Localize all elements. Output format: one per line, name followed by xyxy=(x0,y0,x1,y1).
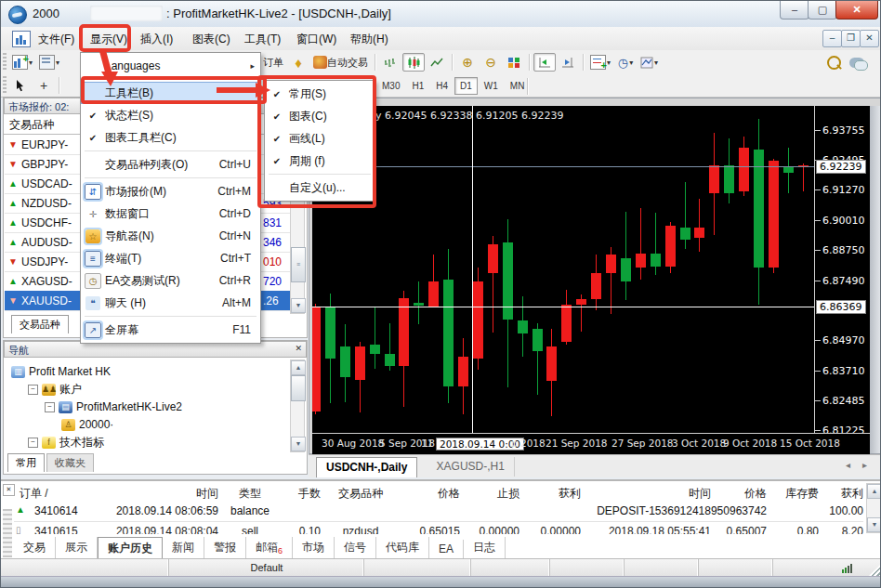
candle[interactable] xyxy=(621,258,631,281)
tree-item--[interactable]: −f技术指标 xyxy=(28,434,104,451)
timeframes-button[interactable]: ◷▾ xyxy=(614,53,637,72)
chevron-down-icon[interactable]: ▾ xyxy=(56,59,59,67)
tree-item-profitmarkethk-live2[interactable]: −▤ProfitMarketHK-Live2 xyxy=(45,399,182,415)
menubar-item-3[interactable]: 插入(I) xyxy=(137,31,177,47)
menu-item--m-[interactable]: ⇵市场报价(M)Ctrl+M xyxy=(81,180,260,203)
candle[interactable] xyxy=(651,254,661,267)
statusbar-profile[interactable]: Default xyxy=(168,559,364,577)
terminal-tab-日志[interactable]: 日志 xyxy=(464,537,506,558)
chat-button[interactable] xyxy=(846,53,868,72)
scroll-up-button[interactable]: ▲ xyxy=(291,360,306,375)
mdi-close-button[interactable]: ✕ xyxy=(860,30,879,47)
chart-shift-button[interactable] xyxy=(557,53,579,72)
period-button-H4[interactable]: H4 xyxy=(430,77,454,95)
market-watch-tab-symbols[interactable]: 交易品种 xyxy=(11,315,69,333)
chevron-down-icon[interactable]: ▾ xyxy=(29,59,33,67)
mdi-restore-button[interactable]: ❐ xyxy=(841,30,861,47)
candle[interactable] xyxy=(340,346,350,377)
terminal-tab-警报[interactable]: 警报 xyxy=(204,537,246,558)
candle[interactable] xyxy=(783,166,794,173)
chevron-down-icon[interactable]: ▾ xyxy=(654,59,658,67)
terminal-tab-新闻[interactable]: 新闻 xyxy=(163,537,204,558)
terminal-header-1[interactable]: 订单 / xyxy=(20,486,90,502)
menubar-item-6[interactable]: 窗口(W) xyxy=(293,31,340,47)
search-button[interactable] xyxy=(822,53,845,72)
menu-item--n-[interactable]: ☆导航器(N)Ctrl+N xyxy=(81,225,260,247)
tree-item--[interactable]: −♟♟账户 xyxy=(28,381,82,398)
candle[interactable] xyxy=(546,346,557,380)
terminal-tab-交易[interactable]: 交易 xyxy=(14,537,56,558)
submenu-item--l-[interactable]: ✔画线(L) xyxy=(265,127,375,150)
candle[interactable] xyxy=(694,228,704,239)
scroll-up-button[interactable]: ▲ xyxy=(867,484,881,499)
candle[interactable] xyxy=(518,320,528,333)
chart-time-axis[interactable]: 30 Aug 20185 Sep 2018112018.09.14 0:00p … xyxy=(312,433,870,454)
period-button-H1[interactable]: H1 xyxy=(406,77,429,95)
menu-item--o-[interactable]: 交易品种列表(O)Ctrl+U xyxy=(81,153,260,176)
candle[interactable] xyxy=(370,345,380,354)
candle[interactable] xyxy=(473,281,483,359)
scrollbar-thumb[interactable] xyxy=(291,375,306,401)
window-maximize-button[interactable]: ▢ xyxy=(808,1,837,20)
candle[interactable] xyxy=(754,150,764,268)
toolbar-grip[interactable] xyxy=(3,53,7,70)
submenu-item--f-[interactable]: ✔周期 (f) xyxy=(265,150,375,172)
candle[interactable] xyxy=(355,346,365,380)
tabs-scroll-left-icon[interactable]: ◂ xyxy=(846,460,850,470)
terminal-close-button[interactable]: ✕ xyxy=(3,484,15,496)
candle[interactable] xyxy=(709,165,719,194)
menu-item--t-[interactable]: ≡终端(T)Ctrl+T xyxy=(81,247,260,269)
chevron-down-icon[interactable]: ▾ xyxy=(629,59,633,67)
chart-tab-active[interactable]: USDCNH-,Daily xyxy=(316,457,417,477)
bar-chart-button[interactable] xyxy=(379,53,401,72)
navigator-tab-inactive[interactable]: 收藏夹 xyxy=(46,453,94,472)
candle[interactable] xyxy=(561,305,572,342)
candle[interactable] xyxy=(739,148,749,190)
terminal-header-2[interactable]: 时间 xyxy=(94,486,218,502)
scroll-down-button[interactable]: ▼ xyxy=(291,298,306,313)
menu-item--[interactable]: ✛数据窗口Ctrl+D xyxy=(81,203,260,225)
candle[interactable] xyxy=(312,307,321,412)
terminal-tab-EA[interactable]: EA xyxy=(429,540,464,558)
candle[interactable] xyxy=(576,299,586,305)
navigator-scrollbar[interactable]: ▲ ▼ xyxy=(290,359,305,452)
terminal-tab-市场[interactable]: 市场 xyxy=(293,537,335,558)
profiles-button[interactable]: ▾ xyxy=(36,53,62,72)
candle[interactable] xyxy=(503,242,513,320)
line-chart-button[interactable] xyxy=(426,53,448,72)
candle[interactable] xyxy=(325,307,335,359)
candle[interactable] xyxy=(591,273,601,299)
tabs-scroll-right-icon[interactable]: ▸ xyxy=(862,460,867,470)
candlestick-chart-button[interactable] xyxy=(402,53,425,72)
terminal-tab-账户历史[interactable]: 账户历史 xyxy=(98,537,163,559)
menu-item--[interactable]: ↗全屏幕F11 xyxy=(81,319,260,341)
menu-item-languages[interactable]: Languages▸ xyxy=(81,55,260,77)
zoom-out-button[interactable]: ⊖ xyxy=(480,53,502,72)
menubar-item-4[interactable]: 图表(C) xyxy=(189,31,234,47)
candle[interactable] xyxy=(385,354,395,366)
terminal-header-7[interactable]: 止损 xyxy=(462,486,519,502)
tree-item-20000-[interactable]: ♙20000· xyxy=(61,416,113,433)
templates-button[interactable]: ▾ xyxy=(638,53,661,72)
terminal-header-4[interactable]: 手数 xyxy=(280,486,321,502)
submenu-item--u-[interactable]: 自定义(u)... xyxy=(265,176,375,199)
candle[interactable] xyxy=(769,161,779,268)
submenu-item--s-[interactable]: ✔常用(S) xyxy=(265,83,375,105)
menu-item--s-[interactable]: ✔状态栏(S) xyxy=(81,104,260,126)
scroll-down-button[interactable]: ▼ xyxy=(867,517,881,532)
terminal-header-6[interactable]: 价格 xyxy=(399,486,460,502)
terminal-header-12[interactable]: 获利 xyxy=(821,486,863,502)
terminal-tab-代码库[interactable]: 代码库 xyxy=(376,537,429,558)
candle[interactable] xyxy=(636,254,646,268)
menu-item--b-[interactable]: 工具栏(B) xyxy=(81,82,260,104)
menu-item--c-[interactable]: ✔图表工具栏(C) xyxy=(81,126,260,149)
candle[interactable] xyxy=(665,226,676,267)
candle[interactable] xyxy=(680,228,690,241)
candle[interactable] xyxy=(724,165,734,194)
terminal-scrollbar[interactable]: ▲ ▼ xyxy=(866,483,881,533)
window-close-button[interactable]: ✕ xyxy=(835,1,878,20)
period-button-D1[interactable]: D1 xyxy=(454,77,478,95)
candle[interactable] xyxy=(458,357,468,386)
close-icon[interactable]: ✕ xyxy=(295,344,302,353)
toolbar-grip[interactable] xyxy=(3,76,7,93)
